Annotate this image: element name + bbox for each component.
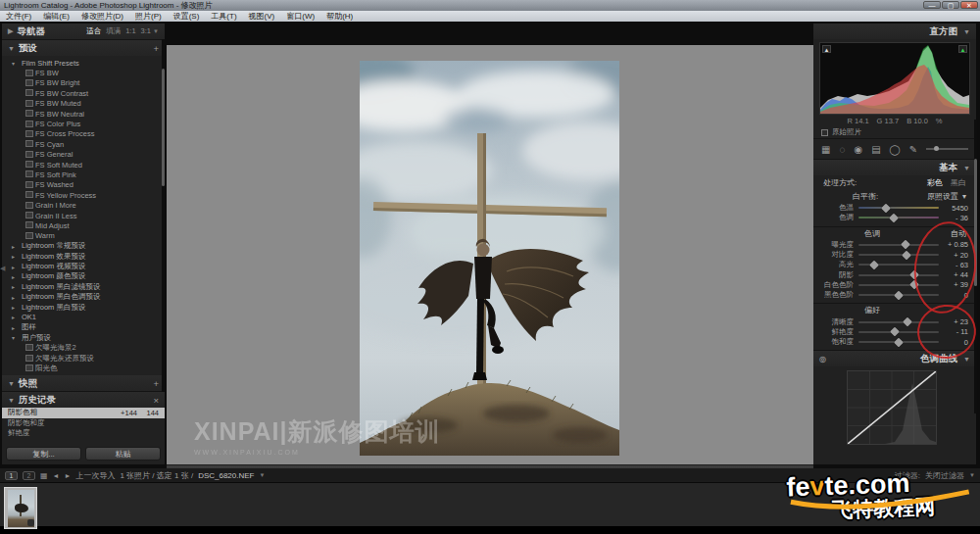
primary-window-button[interactable]: 1	[5, 471, 18, 480]
preset-item[interactable]: Lightroom 视频预设	[2, 262, 165, 271]
zoom-option[interactable]: 1:1	[125, 26, 135, 36]
preset-item[interactable]: Lightroom 效果预设	[2, 251, 165, 261]
slider-thumb[interactable]	[869, 260, 879, 269]
slider-track[interactable]	[858, 217, 939, 218]
zoom-option[interactable]: 填满	[106, 26, 121, 36]
slider-thumb[interactable]	[902, 250, 911, 260]
slider-track[interactable]	[858, 341, 939, 343]
auto-tone-button[interactable]: 自动	[951, 228, 966, 239]
previous-photo-icon[interactable]: ◄	[53, 472, 60, 479]
preset-item[interactable]: Lightroom 颜色预设	[2, 271, 165, 281]
slider-thumb[interactable]	[909, 270, 919, 280]
slider-track[interactable]	[858, 244, 939, 246]
preset-item[interactable]: FS BW Neutral	[2, 109, 165, 119]
slider-track[interactable]	[858, 321, 939, 323]
history-step[interactable]: 阴影色相 +144 144	[2, 408, 165, 418]
menu-item[interactable]: 照片(P)	[135, 11, 162, 22]
histogram-canvas[interactable]: ▲ ▲	[819, 42, 970, 115]
preset-item[interactable]: Grain I More	[2, 200, 165, 210]
highlight-clipping-icon[interactable]: ▲	[958, 45, 967, 53]
snapshots-header[interactable]: ▼ 快照 +	[2, 375, 165, 391]
preset-item[interactable]: FS BW Bright	[2, 78, 165, 88]
redeye-tool-icon[interactable]: ◉	[854, 144, 862, 155]
filmstrip-thumbnail[interactable]	[4, 487, 37, 529]
preset-item[interactable]: OK1	[2, 313, 165, 322]
crop-tool-icon[interactable]: ▦	[821, 144, 830, 155]
targeted-adjustment-icon[interactable]: ◎	[819, 355, 826, 364]
menu-item[interactable]: 帮助(H)	[326, 11, 353, 22]
history-step[interactable]: 阴影饱和度	[2, 418, 165, 429]
slider-track[interactable]	[858, 274, 939, 276]
menu-item[interactable]: 修改照片(D)	[81, 11, 123, 22]
zoom-option[interactable]: 3:1	[141, 26, 151, 36]
slider-thumb[interactable]	[894, 337, 904, 347]
add-preset-button[interactable]: +	[153, 43, 159, 54]
tone-curve-header[interactable]: ◎ 色调曲线 ▼	[813, 351, 976, 366]
slider-thumb[interactable]	[881, 203, 891, 213]
preset-item[interactable]: FS General	[2, 150, 165, 160]
slider-track[interactable]	[858, 294, 939, 296]
preset-item[interactable]: FS Cyan	[2, 139, 165, 149]
preset-item[interactable]: FS BW	[2, 68, 165, 77]
preset-item[interactable]: 欠曝光海景2	[2, 343, 165, 353]
close-button[interactable]: ✕	[960, 1, 978, 9]
basic-header[interactable]: 基本 ▼	[813, 160, 976, 175]
preset-item[interactable]: 阳光色	[2, 364, 165, 373]
slider-thumb[interactable]	[894, 290, 904, 300]
copy-button[interactable]: 复制...	[6, 447, 81, 461]
slider-track[interactable]	[858, 331, 939, 333]
history-header[interactable]: ▼ 历史记录 ×	[2, 392, 165, 408]
minimize-button[interactable]: —	[923, 1, 941, 9]
slider-thumb[interactable]	[889, 213, 899, 222]
preset-item[interactable]: Film Shift Presets	[2, 58, 165, 68]
original-photo-checkbox[interactable]	[821, 129, 828, 136]
adjustment-brush-icon[interactable]: ✎	[909, 144, 917, 155]
right-panel-scrollbar[interactable]	[974, 120, 977, 413]
slider-thumb[interactable]	[909, 280, 919, 290]
slider-track[interactable]	[858, 284, 939, 286]
treatment-color-option[interactable]: 彩色	[927, 177, 943, 188]
shadow-clipping-icon[interactable]: ▲	[822, 45, 831, 53]
slider-track[interactable]	[858, 264, 939, 266]
preset-item[interactable]: FS Washed	[2, 180, 165, 190]
slider-thumb[interactable]	[903, 317, 912, 327]
secondary-window-button[interactable]: 2	[23, 471, 35, 480]
source-breadcrumb[interactable]: 上一次导入	[75, 470, 115, 481]
grid-view-icon[interactable]: ▦	[40, 471, 48, 480]
menu-item[interactable]: 设置(S)	[173, 11, 200, 22]
navigator-header[interactable]: ▶ 导航器 适合填满1:13:1 ▼	[2, 24, 165, 39]
clear-history-button[interactable]: ×	[153, 395, 159, 406]
paste-button[interactable]: 粘贴	[85, 447, 161, 461]
history-step[interactable]: 鲜艳度	[2, 428, 165, 439]
slider-track[interactable]	[858, 254, 939, 256]
filename-label[interactable]: DSC_6820.NEF	[198, 471, 254, 480]
spot-removal-icon[interactable]: ◌	[839, 144, 845, 155]
treatment-bw-option[interactable]: 黑白	[951, 177, 966, 188]
graduated-filter-icon[interactable]: ▤	[871, 144, 880, 155]
preset-item[interactable]: Mid Adjust	[2, 220, 165, 230]
radial-filter-icon[interactable]: ◯	[890, 144, 901, 155]
add-snapshot-button[interactable]: +	[153, 378, 159, 389]
photo-canvas[interactable]	[360, 61, 619, 456]
menu-item[interactable]: 工具(T)	[211, 11, 236, 22]
slider-thumb[interactable]	[901, 240, 910, 250]
preset-item[interactable]: FS Yellow Process	[2, 190, 165, 200]
preset-item[interactable]: Lightroom 黑白滤镜预设	[2, 282, 165, 292]
preset-item[interactable]: 欠曝光灰还原预设	[2, 353, 165, 363]
preset-item[interactable]: Lightroom 黑白色调预设	[2, 292, 165, 302]
collapse-left-panel-icon[interactable]: ◀	[0, 265, 5, 272]
tone-curve-canvas[interactable]	[847, 370, 937, 445]
chevron-down-icon[interactable]: ▾	[962, 192, 966, 201]
histogram-header[interactable]: 直方图 ▼	[813, 24, 976, 39]
preset-item[interactable]: FS Soft Pink	[2, 170, 165, 179]
preset-item[interactable]: 用户预设	[2, 333, 165, 343]
chevron-down-icon[interactable]: ▼	[259, 472, 265, 478]
preset-item[interactable]: FS BW Muted	[2, 99, 165, 109]
preset-item[interactable]: 图样	[2, 322, 165, 332]
preset-item[interactable]: FS Color Plus	[2, 119, 165, 128]
preset-item[interactable]: Lightroom 常规预设	[2, 241, 165, 251]
maximize-button[interactable]: ▢	[942, 1, 959, 9]
wb-value-dropdown[interactable]: 原照设置	[927, 191, 958, 202]
preset-item[interactable]: Grain II Less	[2, 211, 165, 220]
menu-item[interactable]: 文件(F)	[6, 11, 31, 22]
